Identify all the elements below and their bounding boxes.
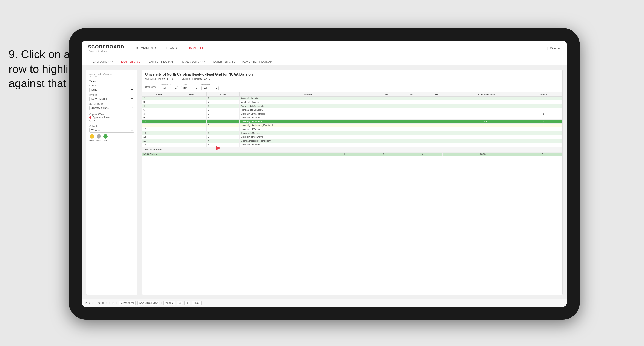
share-btn[interactable]: Share xyxy=(192,301,202,305)
table-row[interactable]: 16-3University of Florida xyxy=(142,143,562,147)
opponent-select[interactable]: (All) xyxy=(202,86,218,90)
undo2-icon[interactable]: ↩ xyxy=(92,302,94,304)
out-of-division-header: Out of division xyxy=(142,147,562,152)
col-rank: # Rank xyxy=(142,92,176,96)
radio-opponents-played[interactable]: Opponents Played xyxy=(89,116,134,119)
nav-tournaments[interactable]: TOURNAMENTS xyxy=(133,45,157,51)
table-row[interactable]: 14-2University of Oklahoma xyxy=(142,135,562,139)
opponent-view-section: Opponent View Opponents Played Top 100 xyxy=(89,113,134,122)
table-row[interactable]: 8-2University of Washington5 xyxy=(142,112,562,116)
table-row[interactable]: 4-1Arizona State University xyxy=(142,104,562,108)
last-updated: Last Updated: 27/03/2024 16:55:38 xyxy=(89,73,134,77)
table-row[interactable]: 15-4Georgia Institute of Technology xyxy=(142,139,562,143)
radio-top-100[interactable]: Top 100 xyxy=(89,119,134,122)
clock-icon: 🕐 xyxy=(112,302,115,304)
logo-sub: Powered by clippi xyxy=(88,50,124,52)
view-original-btn[interactable]: View: Original xyxy=(119,301,136,305)
legend-dot-level xyxy=(97,134,101,139)
region-filter: Region (All) xyxy=(181,84,198,90)
division-select[interactable]: NCAA Division I xyxy=(89,97,134,101)
tablet-screen: SCOREBOARD Powered by clippi TOURNAMENTS… xyxy=(82,41,567,307)
tab-team-summary[interactable]: TEAM SUMMARY xyxy=(88,58,116,65)
overall-record-label: Overall Record: 89 - 17 - 0 xyxy=(145,77,173,80)
table-row[interactable]: 9-3University of Arizona xyxy=(142,116,562,120)
table-row[interactable]: 13-1Texas Tech University xyxy=(142,131,562,135)
school-rank-label: School (Rank) xyxy=(89,103,134,105)
table-row[interactable]: 12-3University of Virginia xyxy=(142,127,562,131)
conference-filter: Conference (All) xyxy=(160,84,178,90)
col-win: Win xyxy=(375,92,398,96)
team-section-title: Team xyxy=(89,80,134,83)
grid-panel: University of North Carolina Head-to-Hea… xyxy=(142,70,562,295)
opponent-view-label: Opponent View xyxy=(89,113,134,116)
sidebar-panel: Last Updated: 27/03/2024 16:55:38 Team G… xyxy=(86,70,138,295)
table-row[interactable]: 3-2Vanderbilt University xyxy=(142,100,562,104)
table-row[interactable]: 2-1Auburn University xyxy=(142,96,562,100)
od-win: 1 xyxy=(325,152,364,156)
save-custom-btn[interactable]: Save Custom View xyxy=(138,301,159,305)
table-row[interactable]: 10-5University of Alabama3002.618 xyxy=(142,120,562,124)
od-diff: 26.00 xyxy=(442,152,523,156)
col-opponent: Opponent xyxy=(240,92,375,96)
add-icon[interactable]: ⊕ xyxy=(102,302,104,304)
redo-icon[interactable]: ↻ xyxy=(88,302,90,304)
print-icon-btn[interactable]: 🖨 xyxy=(177,301,183,305)
out-of-division-table: NCAA Division II 1 0 0 26.00 3 xyxy=(142,152,562,156)
col-diff: Diff Av Strokes/Rnd xyxy=(447,92,525,96)
nav-teams[interactable]: TEAMS xyxy=(166,45,177,51)
tab-team-h2h-grid[interactable]: TEAM H2H GRID xyxy=(116,58,144,65)
table-row[interactable]: 11-6University of Arkansas, Fayetteville xyxy=(142,124,562,127)
tab-player-summary[interactable]: PLAYER SUMMARY xyxy=(177,58,208,65)
grid-records: Overall Record: 89 - 17 - 0 Division Rec… xyxy=(145,77,559,80)
legend-down: Down xyxy=(89,134,94,141)
table-row[interactable]: 6-2Florida State University xyxy=(142,108,562,112)
legend-up: Up xyxy=(103,134,108,141)
grid-filters: Opponents: Conference (All) Region (All) xyxy=(142,82,562,92)
od-loss: 0 xyxy=(364,152,403,156)
legend-dot-down xyxy=(90,134,94,139)
region-select[interactable]: (All) xyxy=(181,86,198,90)
grid-title: University of North Carolina Head-to-Hea… xyxy=(145,72,559,76)
nav-committee[interactable]: COMMITTEE xyxy=(185,45,204,51)
grid-header: University of North Carolina Head-to-Hea… xyxy=(142,70,562,82)
col-tie: Tie xyxy=(426,92,447,96)
settings2-btn[interactable]: ⚙ xyxy=(184,301,190,305)
col-reg: # Reg xyxy=(176,92,206,96)
colour-legend: Down Level Up xyxy=(89,134,134,141)
gender-select[interactable]: Men's xyxy=(89,87,134,92)
legend-level: Level xyxy=(96,134,101,141)
od-tie: 0 xyxy=(403,152,442,156)
opponent-filter: Opponent (All) xyxy=(202,84,218,90)
tab-team-h2h-heatmap[interactable]: TEAM H2H HEATMAP xyxy=(144,58,177,65)
minus-icon[interactable]: ⊖ xyxy=(106,302,108,304)
tab-player-h2h-grid[interactable]: PLAYER H2H GRID xyxy=(208,58,239,65)
legend-dot-up xyxy=(103,134,108,139)
step-number: 9. xyxy=(8,48,18,60)
tab-player-h2h-heatmap[interactable]: PLAYER H2H HEATMAP xyxy=(239,58,275,65)
out-of-division-row[interactable]: NCAA Division II 1 0 0 26.00 3 xyxy=(142,152,562,156)
sub-nav: TEAM SUMMARY TEAM H2H GRID TEAM H2H HEAT… xyxy=(82,56,567,65)
sign-out-link[interactable]: Sign out xyxy=(550,46,560,50)
conference-select[interactable]: (All) xyxy=(160,86,178,90)
radio-dot-played xyxy=(89,116,92,119)
od-rounds: 3 xyxy=(523,152,562,156)
col-conf: # Conf xyxy=(206,92,240,96)
colour-by-label: Colour by xyxy=(89,125,134,127)
nav-bar: SCOREBOARD Powered by clippi TOURNAMENTS… xyxy=(82,41,567,56)
od-label: NCAA Division II xyxy=(142,152,325,156)
toolbar: ↩ ↻ ↩ | ⚙ ⊕ ⊖ | 🕐 | View: Original Save … xyxy=(82,299,567,307)
settings-icon[interactable]: ⚙ xyxy=(98,302,100,304)
main-content: Last Updated: 27/03/2024 16:55:38 Team G… xyxy=(82,65,567,299)
col-loss: Loss xyxy=(398,92,426,96)
h2h-table: # Rank # Reg # Conf Opponent Win Loss Ti… xyxy=(142,92,562,147)
undo-icon[interactable]: ↩ xyxy=(85,302,87,304)
gender-label: Gender xyxy=(89,84,134,87)
watch-btn[interactable]: Watch ▾ xyxy=(164,301,175,305)
colour-section: Colour by Win/loss Down Level xyxy=(89,125,134,141)
radio-dot-top100 xyxy=(89,120,92,122)
school-rank-input[interactable]: University of Nort... ▾ xyxy=(89,106,134,110)
logo-area: SCOREBOARD Powered by clippi xyxy=(88,44,124,52)
tablet-frame: SCOREBOARD Powered by clippi TOURNAMENTS… xyxy=(69,28,580,320)
logo-text: SCOREBOARD xyxy=(88,44,124,50)
colour-by-select[interactable]: Win/loss xyxy=(89,128,134,133)
